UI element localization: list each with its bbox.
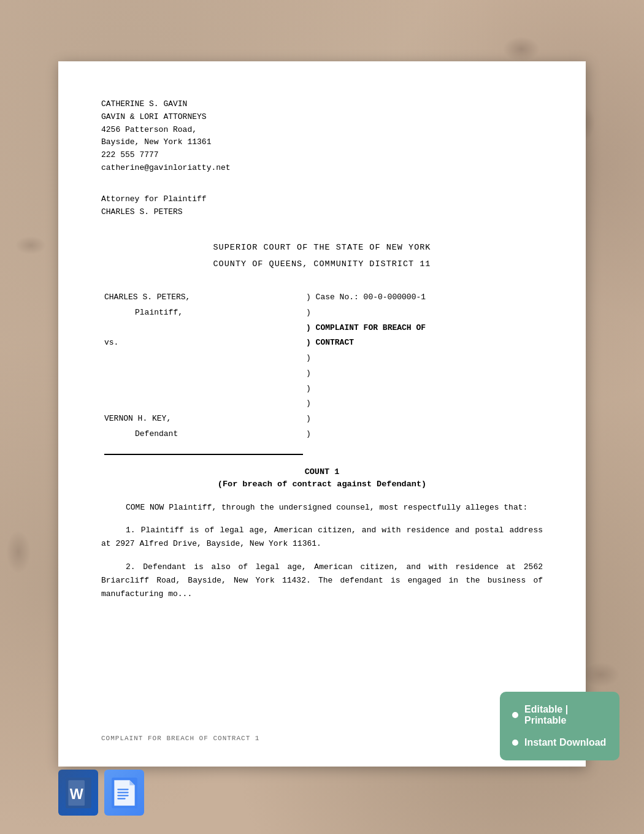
case-right: ) Case No.: 00-0-000000-1 ) ) COMPLAINT … (300, 290, 543, 442)
count-header: COUNT 1 (101, 467, 543, 476)
attorney-firm: GAVIN & LORI ATTORNEYS (101, 111, 543, 124)
court-name: SUPERIOR COURT OF THE STATE OF NEW YORK (101, 243, 543, 252)
plaintiff-name-header: CHARLES S. PETERS (101, 206, 543, 219)
attorney-address2: Bayside, New York 11361 (101, 136, 543, 149)
court-district: COUNTY OF QUEENS, COMMUNITY DISTRICT 11 (101, 259, 543, 269)
complaint-label: COMPLAINT FOR BREACH OF (316, 323, 426, 332)
word-icon-svg: W (63, 778, 94, 808)
body-para2: 2. Defendant is also of legal age, Ameri… (101, 560, 543, 601)
defendant-role: Defendant (104, 427, 300, 442)
attorney-email: catherine@gavinloriatty.net (101, 162, 543, 175)
attorney-for-label: Attorney for Plaintiff (101, 193, 543, 206)
svg-text:W: W (69, 786, 83, 802)
docs-icon[interactable] (104, 770, 144, 816)
download-label: Instant Download (524, 737, 606, 748)
svg-rect-8 (117, 795, 128, 796)
document-page: CATHERINE S. GAVIN GAVIN & LORI ATTORNEY… (58, 61, 586, 767)
defendant-label: VERNON H. KEY, (104, 411, 300, 427)
body-intro: COME NOW Plaintiff, through the undersig… (101, 501, 543, 515)
svg-rect-6 (117, 789, 128, 790)
attorney-for-section: Attorney for Plaintiff CHARLES S. PETERS (101, 193, 543, 219)
court-header: SUPERIOR COURT OF THE STATE OF NEW YORK … (101, 243, 543, 269)
file-icons-container: W (58, 770, 144, 816)
text-fade-overlay (101, 638, 543, 662)
case-divider (104, 454, 303, 455)
svg-rect-7 (117, 792, 128, 793)
contract-label: CONTRACT (316, 338, 354, 347)
attorney-name: CATHERINE S. GAVIN (101, 98, 543, 111)
badge-item-download: Instant Download (512, 737, 607, 748)
plaintiff-role: Plaintiff, (104, 305, 300, 321)
attorney-info: CATHERINE S. GAVIN GAVIN & LORI ATTORNEY… (101, 98, 543, 175)
case-left: CHARLES S. PETERS, Plaintiff, vs. VERNON… (101, 290, 300, 442)
plaintiff-label: CHARLES S. PETERS, (104, 290, 300, 305)
attorney-address1: 4256 Patterson Road, (101, 124, 543, 137)
badge-bullet-1 (512, 712, 518, 718)
badge-item-editable: Editable | Printable (512, 704, 607, 726)
count-subheader: (For breach of contract against Defendan… (101, 480, 543, 489)
editable-label: Editable | Printable (524, 704, 607, 726)
word-icon[interactable]: W (58, 770, 98, 816)
features-badge: Editable | Printable Instant Download (500, 692, 619, 760)
badge-bullet-2 (512, 740, 518, 746)
attorney-phone: 222 555 7777 (101, 149, 543, 162)
document-footer: COMPLAINT FOR BREACH OF CONTRACT 1 (101, 735, 259, 742)
body-para1: 1. Plaintiff is of legal age, American c… (101, 524, 543, 551)
svg-rect-9 (117, 798, 125, 799)
case-section: CHARLES S. PETERS, Plaintiff, vs. VERNON… (101, 290, 543, 442)
vs-label: vs. (104, 335, 300, 351)
case-no: ) Case No.: 00-0-000000-1 (306, 290, 543, 305)
docs-icon-svg (109, 778, 140, 808)
